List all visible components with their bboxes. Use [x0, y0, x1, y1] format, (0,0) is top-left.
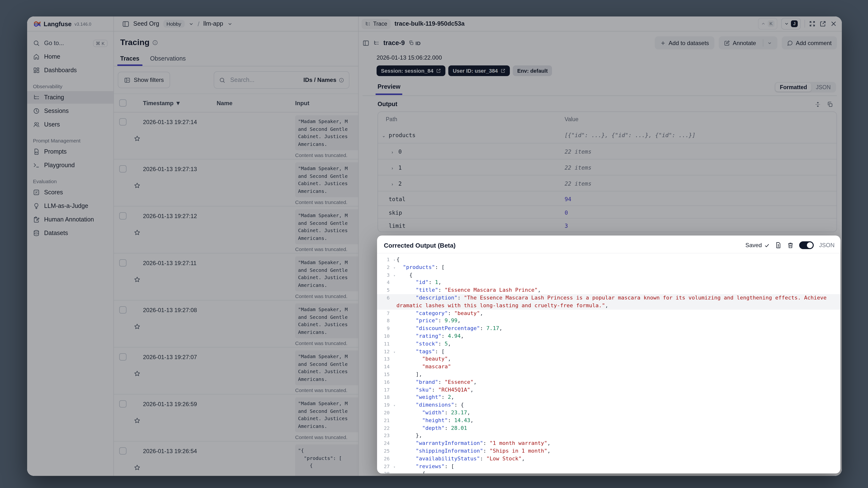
editor-line[interactable]: 25 "shippingInformation": "Ships in 1 mo… — [377, 447, 840, 455]
line-number: 26 — [377, 455, 397, 463]
code-text: "description": "The Essence Mascara Lash… — [397, 294, 840, 309]
editor-line[interactable]: 20 "width": 23.17, — [377, 409, 840, 417]
code-text: }, — [397, 432, 840, 440]
line-number: 3▾ — [377, 271, 397, 279]
code-text: "beauty", — [397, 356, 840, 363]
fold-chevron-icon[interactable]: ▾ — [394, 471, 396, 474]
line-number: 24 — [377, 439, 397, 447]
editor-line[interactable]: 11 "stock": 5, — [377, 340, 840, 348]
line-number: 4 — [377, 279, 397, 287]
code-text: "width": 23.17, — [397, 409, 840, 417]
editor-line[interactable]: 14 "mascara" — [377, 363, 840, 371]
code-text: "products": [ — [397, 264, 840, 271]
line-number: 10 — [377, 332, 397, 340]
line-number: 20 — [377, 409, 397, 417]
code-text: "sku": "RCH45Q1A", — [397, 386, 840, 394]
line-number: 25 — [377, 447, 397, 455]
editor-line[interactable]: 15 ], — [377, 371, 840, 378]
line-number: 7 — [377, 309, 397, 317]
line-number: 16 — [377, 378, 397, 386]
code-text: "stock": 5, — [397, 340, 840, 348]
line-number: 13 — [377, 356, 397, 363]
corrected-output-panel: Corrected Output (Beta) Saved JSON — [377, 236, 840, 474]
line-number: 22 — [377, 424, 397, 432]
editor-line[interactable]: 27▾ "reviews": [ — [377, 463, 840, 470]
line-number: 17 — [377, 386, 397, 394]
editor-line[interactable]: 4 "id": 1, — [377, 279, 840, 287]
editor-line[interactable]: 3▾ { — [377, 271, 840, 279]
line-number: 18 — [377, 394, 397, 401]
editor-line[interactable]: 23 }, — [377, 432, 840, 440]
code-text: ], — [397, 371, 840, 378]
line-number: 14 — [377, 363, 397, 371]
line-number: 19▾ — [377, 401, 397, 409]
code-text: "price": 9.99, — [397, 317, 840, 325]
editor-line[interactable]: 7 "category": "beauty", — [377, 309, 840, 317]
editor-line[interactable]: 2▾ "products": [ — [377, 264, 840, 271]
code-text: "id": 1, — [397, 279, 840, 287]
code-text: "height": 14.43, — [397, 417, 840, 424]
code-text: "mascara" — [397, 363, 840, 371]
line-number: 23 — [377, 432, 397, 440]
line-number: 2▾ — [377, 264, 397, 271]
code-text: "discountPercentage": 7.17, — [397, 325, 840, 332]
code-text: "shippingInformation": "Ships in 1 month… — [397, 447, 840, 455]
check-icon — [764, 243, 770, 248]
screenshot-stage: Langfuse v3.146.0 Seed Org Hobby / llm-a… — [0, 0, 868, 488]
app-window: Langfuse v3.146.0 Seed Org Hobby / llm-a… — [27, 17, 842, 476]
line-number: 11 — [377, 340, 397, 348]
line-number: 1▾ — [377, 256, 397, 264]
json-toggle-label: JSON — [819, 242, 835, 249]
code-text: "tags": [ — [397, 348, 840, 356]
file-diff-icon[interactable] — [775, 242, 782, 249]
line-number: 6 — [377, 294, 397, 309]
code-text: { — [397, 470, 840, 474]
editor-line[interactable]: 17 "sku": "RCH45Q1A", — [377, 386, 840, 394]
editor-line[interactable]: 6 "description": "The Essence Mascara La… — [377, 294, 840, 309]
editor-line[interactable]: 12▾ "tags": [ — [377, 348, 840, 356]
editor-line[interactable]: 18 "weight": 2, — [377, 394, 840, 401]
code-text: { — [397, 256, 840, 264]
editor-line[interactable]: 5 "title": "Essence Mascara Lash Prince"… — [377, 286, 840, 294]
line-number: 8 — [377, 317, 397, 325]
editor-line[interactable]: 8 "price": 9.99, — [377, 317, 840, 325]
editor-line[interactable]: 19▾ "dimensions": { — [377, 401, 840, 409]
trash-icon[interactable] — [787, 242, 794, 249]
editor-line[interactable]: 22 "depth": 28.01 — [377, 424, 840, 432]
corrected-output-title: Corrected Output (Beta) — [384, 242, 456, 249]
line-number: 21 — [377, 417, 397, 424]
line-number: 27▾ — [377, 463, 397, 470]
line-number: 12▾ — [377, 348, 397, 356]
line-number: 15 — [377, 371, 397, 378]
line-number: 9 — [377, 325, 397, 332]
code-text: "availabilityStatus": "Low Stock", — [397, 455, 840, 463]
line-number: 28▾ — [377, 470, 397, 474]
editor-line[interactable]: 9 "discountPercentage": 7.17, — [377, 325, 840, 332]
editor-line[interactable]: 21 "height": 14.43, — [377, 417, 840, 424]
code-text: "weight": 2, — [397, 394, 840, 401]
code-text: "reviews": [ — [397, 463, 840, 470]
code-text: "warrantyInformation": "1 month warranty… — [397, 439, 840, 447]
code-text: "category": "beauty", — [397, 309, 840, 317]
editor-line[interactable]: 10 "rating": 4.94, — [377, 332, 840, 340]
editor-line[interactable]: 26 "availabilityStatus": "Low Stock", — [377, 455, 840, 463]
json-toggle-switch[interactable] — [799, 241, 814, 249]
editor-line[interactable]: 28▾ { — [377, 470, 840, 474]
code-text: "depth": 28.01 — [397, 424, 840, 432]
editor-line[interactable]: 1▾{ — [377, 256, 840, 264]
code-text: "brand": "Essence", — [397, 378, 840, 386]
editor-line[interactable]: 24 "warrantyInformation": "1 month warra… — [377, 439, 840, 447]
saved-status: Saved — [745, 242, 770, 249]
code-text: "title": "Essence Mascara Lash Prince", — [397, 286, 840, 294]
json-editor[interactable]: 1▾{2▾ "products": [3▾ {4 "id": 1,5 "titl… — [377, 253, 840, 474]
code-text: "rating": 4.94, — [397, 332, 840, 340]
code-text: { — [397, 271, 840, 279]
editor-line[interactable]: 16 "brand": "Essence", — [377, 378, 840, 386]
editor-line[interactable]: 13 "beauty", — [377, 356, 840, 363]
line-number: 5 — [377, 286, 397, 294]
code-text: "dimensions": { — [397, 401, 840, 409]
